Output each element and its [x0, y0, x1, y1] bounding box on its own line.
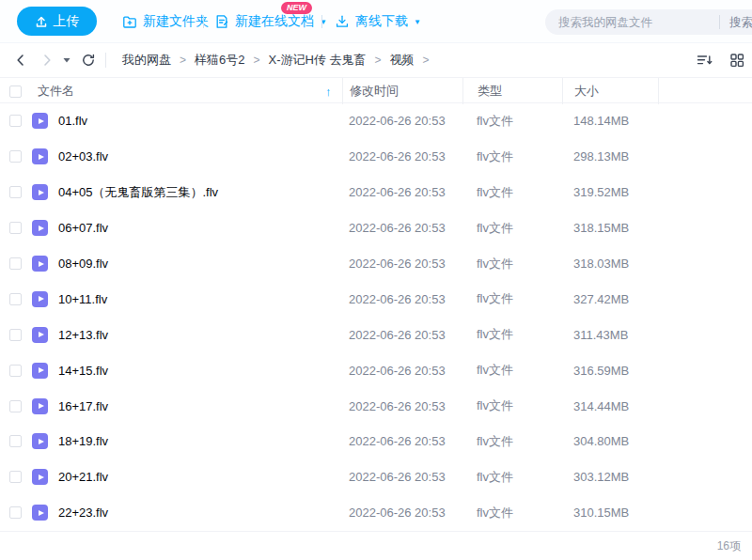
new-document-icon: [214, 14, 229, 29]
file-name[interactable]: 08+09.flv: [58, 257, 342, 271]
file-name[interactable]: 10+11.flv: [58, 292, 342, 306]
history-dropdown-icon[interactable]: [62, 55, 71, 65]
file-size: 310.15MB: [562, 506, 658, 520]
sort-ascending-icon[interactable]: ↑: [325, 78, 332, 104]
row-checkbox[interactable]: [9, 506, 22, 519]
file-size: 319.52MB: [562, 185, 658, 199]
play-icon: [39, 296, 44, 302]
search-button[interactable]: 搜索: [729, 15, 752, 31]
file-type: flv文件: [462, 326, 562, 343]
row-checkbox-cell: [0, 222, 32, 234]
video-file-icon: [32, 327, 48, 343]
row-checkbox-cell: [0, 435, 32, 447]
table-row[interactable]: 12+13.flv 2022-06-26 20:53 flv文件 311.43M…: [0, 317, 752, 352]
header-type[interactable]: 类型: [462, 78, 562, 104]
breadcrumb-item[interactable]: 样猫6号2: [195, 52, 244, 69]
file-size: 148.14MB: [562, 114, 658, 128]
row-checkbox[interactable]: [9, 329, 22, 341]
file-name[interactable]: 20+21.flv: [58, 470, 342, 484]
row-checkbox[interactable]: [9, 222, 22, 234]
file-type: flv文件: [462, 113, 562, 130]
table-row[interactable]: 10+11.flv 2022-06-26 20:53 flv文件 327.42M…: [0, 281, 752, 317]
offline-download-icon: [335, 14, 350, 29]
file-name[interactable]: 22+23.flv: [58, 506, 342, 520]
row-icon-cell: [32, 113, 58, 129]
table-row[interactable]: 22+23.flv 2022-06-26 20:53 flv文件 310.15M…: [0, 495, 752, 531]
video-file-icon: [32, 148, 48, 164]
breadcrumb-item[interactable]: 视频: [390, 52, 415, 69]
breadcrumb-item[interactable]: X-游记H传 去鬼畜: [269, 52, 367, 69]
row-checkbox[interactable]: [9, 257, 22, 270]
row-checkbox[interactable]: [9, 400, 22, 412]
file-name[interactable]: 18+19.flv: [58, 434, 342, 448]
file-modified-time: 2022-06-26 20:53: [342, 149, 462, 163]
grid-view-icon[interactable]: [729, 53, 744, 68]
file-modified-time: 2022-06-26 20:53: [342, 506, 462, 520]
video-file-icon: [32, 256, 48, 272]
file-name[interactable]: 02+03.flv: [58, 149, 342, 163]
video-file-icon: [32, 220, 48, 236]
table-row[interactable]: 06+07.flv 2022-06-26 20:53 flv文件 318.15M…: [0, 210, 752, 246]
table-row[interactable]: 02+03.flv 2022-06-26 20:53 flv文件 298.13M…: [0, 139, 752, 175]
row-checkbox[interactable]: [9, 150, 22, 163]
row-checkbox[interactable]: [9, 435, 22, 447]
video-file-icon: [32, 184, 48, 200]
new-folder-label: 新建文件夹: [143, 13, 209, 30]
table-row[interactable]: 04+05（无鬼畜版第三集）.flv 2022-06-26 20:53 flv文…: [0, 175, 752, 210]
file-size: 327.42MB: [562, 292, 658, 306]
row-checkbox[interactable]: [9, 186, 22, 198]
row-checkbox[interactable]: [9, 471, 22, 483]
file-name[interactable]: 01.flv: [58, 114, 342, 128]
file-size: 318.15MB: [562, 221, 658, 235]
breadcrumb: 我的网盘 > 样猫6号2 > X-游记H传 去鬼畜 > 视频 >: [122, 43, 438, 77]
table-row[interactable]: 01.flv 2022-06-26 20:53 flv文件 148.14MB: [0, 103, 752, 139]
file-name[interactable]: 06+07.flv: [58, 221, 342, 235]
toolbar-divider: [203, 15, 204, 28]
breadcrumb-item[interactable]: 我的网盘: [122, 52, 171, 69]
file-size: 311.43MB: [562, 328, 658, 342]
file-modified-time: 2022-06-26 20:53: [342, 434, 462, 448]
table-row[interactable]: 20+21.flv 2022-06-26 20:53 flv文件 303.12M…: [0, 459, 752, 495]
row-checkbox-cell: [0, 400, 32, 412]
file-type: flv文件: [462, 469, 562, 486]
file-size: 318.03MB: [562, 257, 658, 271]
file-name[interactable]: 04+05（无鬼畜版第三集）.flv: [58, 184, 342, 201]
sort-order-icon[interactable]: [697, 53, 713, 68]
footer: 16项: [0, 531, 752, 560]
table-row[interactable]: 08+09.flv 2022-06-26 20:53 flv文件 318.03M…: [0, 246, 752, 282]
row-icon-cell: [32, 291, 58, 307]
header-empty-cell: [658, 78, 752, 104]
forward-button[interactable]: [39, 53, 55, 68]
file-name[interactable]: 12+13.flv: [58, 328, 342, 342]
row-icon-cell: [32, 505, 58, 521]
file-name[interactable]: 16+17.flv: [58, 399, 342, 413]
search-input[interactable]: [558, 9, 713, 35]
video-file-icon: [32, 398, 48, 414]
row-checkbox[interactable]: [9, 365, 22, 377]
play-icon: [39, 226, 44, 231]
file-name[interactable]: 14+15.flv: [58, 364, 342, 378]
table-row[interactable]: 14+15.flv 2022-06-26 20:53 flv文件 316.59M…: [0, 352, 752, 388]
play-icon: [39, 332, 44, 337]
header-modified-time[interactable]: 修改时间: [342, 78, 462, 104]
header-filename[interactable]: 文件名: [32, 78, 342, 104]
row-checkbox-cell: [0, 471, 32, 483]
new-folder-button[interactable]: 新建文件夹: [122, 11, 209, 32]
new-online-doc-button[interactable]: 新建在线文档 ▼: [214, 11, 327, 32]
back-button[interactable]: [13, 53, 28, 68]
select-all-checkbox[interactable]: [9, 86, 22, 98]
table-row[interactable]: 18+19.flv 2022-06-26 20:53 flv文件 304.80M…: [0, 424, 752, 459]
file-modified-time: 2022-06-26 20:53: [342, 328, 462, 342]
upload-button[interactable]: 上传: [17, 7, 97, 36]
search-divider: [719, 15, 720, 29]
row-icon-cell: [32, 184, 58, 200]
offline-download-button[interactable]: 离线下载 ▼: [335, 11, 421, 32]
refresh-icon[interactable]: [81, 53, 96, 68]
header-size[interactable]: 大小: [562, 78, 658, 104]
row-checkbox[interactable]: [9, 115, 22, 127]
breadcrumb-separator-icon: >: [253, 54, 259, 67]
table-row[interactable]: 16+17.flv 2022-06-26 20:53 flv文件 314.44M…: [0, 388, 752, 424]
row-checkbox[interactable]: [9, 293, 22, 305]
new-badge: NEW: [281, 2, 312, 14]
file-type: flv文件: [462, 397, 562, 414]
